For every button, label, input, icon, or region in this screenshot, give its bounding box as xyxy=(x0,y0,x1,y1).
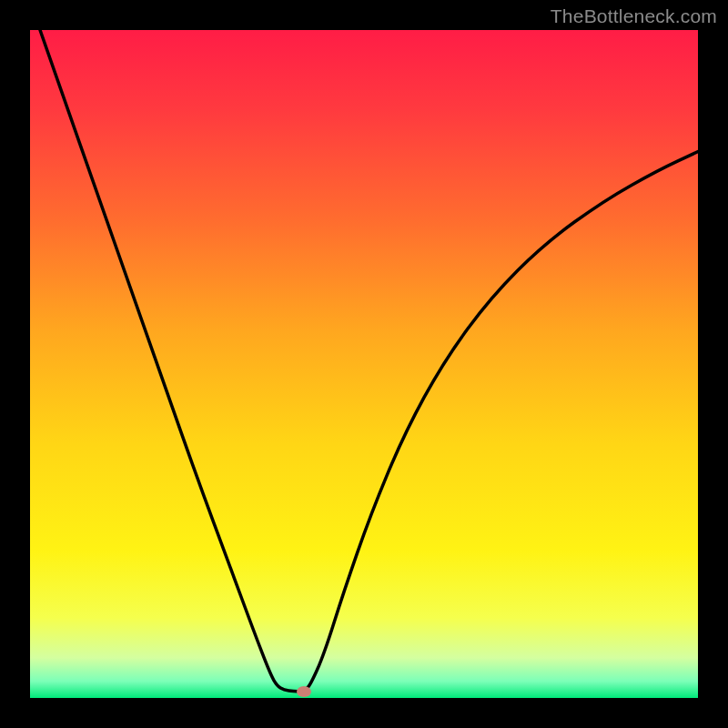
plot-area xyxy=(30,30,698,698)
optimum-marker xyxy=(297,686,311,697)
watermark: TheBottleneck.com xyxy=(551,5,717,27)
chart-frame: TheBottleneck.com xyxy=(0,0,728,728)
curve-layer xyxy=(30,30,698,698)
bottleneck-curve xyxy=(40,30,698,692)
